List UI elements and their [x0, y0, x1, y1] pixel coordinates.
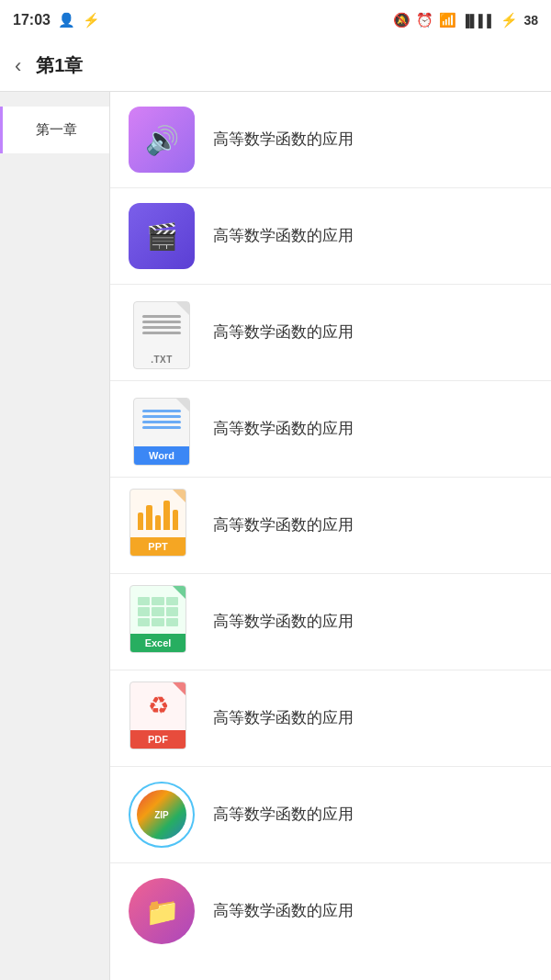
zip-icon: ZIP [129, 782, 195, 848]
ppt-label: PPT [148, 541, 167, 552]
partial-icon-wrap [125, 874, 198, 948]
zip-icon-wrap: ZIP [125, 778, 198, 851]
list-item[interactable]: Word 高等数学函数的应用 [110, 381, 551, 478]
status-left: 17:03 👤 ⚡ [13, 12, 100, 28]
word-icon: Word [129, 392, 194, 466]
audio-icon [129, 107, 195, 173]
file-name: 高等数学函数的应用 [213, 418, 354, 440]
list-item[interactable]: .TXT 高等数学函数的应用 [110, 285, 551, 381]
partial-folder-icon [129, 878, 195, 944]
audio-icon-wrap [125, 103, 198, 176]
file-name: 高等数学函数的应用 [213, 129, 354, 151]
list-item[interactable]: ♻ PDF 高等数学函数的应用 [110, 670, 551, 767]
pdf-label: PDF [148, 734, 168, 745]
video-icon-wrap [125, 199, 198, 273]
file-name: 高等数学函数的应用 [213, 321, 354, 344]
list-item[interactable]: 高等数学函数的应用 [110, 863, 551, 959]
mute-icon: 🔕 [393, 12, 410, 28]
txt-icon: .TXT [129, 296, 194, 369]
pdf-icon-wrap: ♻ PDF [125, 681, 198, 755]
wifi-icon: 📶 [439, 12, 456, 28]
word-label: Word [149, 450, 174, 461]
file-name: 高等数学函数的应用 [213, 804, 354, 826]
status-right: 🔕 ⏰ 📶 ▐▌▌▌ ⚡ 38 [393, 12, 538, 28]
battery-level: 38 [523, 13, 538, 28]
back-button[interactable]: ‹ [15, 54, 21, 78]
txt-icon-wrap: .TXT [125, 296, 198, 369]
list-item[interactable]: 高等数学函数的应用 [110, 92, 551, 188]
list-item[interactable]: ZIP 高等数学函数的应用 [110, 767, 551, 863]
pdf-icon: ♻ PDF [129, 681, 194, 755]
status-time: 17:03 [13, 12, 51, 28]
sidebar-item-chapter1[interactable]: 第一章 [0, 107, 109, 153]
person-icon: 👤 [58, 12, 75, 28]
zip-label: ZIP [154, 810, 169, 820]
pdf-symbol-icon: ♻ [148, 692, 169, 720]
excel-icon: Excel [129, 585, 194, 659]
sidebar: 第一章 [0, 92, 110, 980]
video-icon [129, 203, 195, 269]
file-name: 高等数学函数的应用 [213, 514, 354, 536]
signal-icon: ▐▌▌▌ [462, 14, 496, 28]
file-name: 高等数学函数的应用 [213, 900, 354, 922]
alarm-icon: ⏰ [416, 12, 433, 28]
ppt-icon-wrap: PPT [125, 489, 198, 562]
txt-label: .TXT [151, 355, 173, 365]
usb-icon: ⚡ [83, 12, 100, 28]
list-item[interactable]: PPT 高等数学函数的应用 [110, 478, 551, 574]
status-bar: 17:03 👤 ⚡ 🔕 ⏰ 📶 ▐▌▌▌ ⚡ 38 [0, 0, 551, 40]
excel-icon-wrap: Excel [125, 585, 198, 659]
word-icon-wrap: Word [125, 392, 198, 466]
list-item[interactable]: 高等数学函数的应用 [110, 188, 551, 285]
list-item[interactable]: Excel 高等数学函数的应用 [110, 574, 551, 670]
charging-icon: ⚡ [500, 12, 518, 28]
header: ‹ 第1章 [0, 40, 551, 92]
file-name: 高等数学函数的应用 [213, 225, 354, 247]
file-list: 高等数学函数的应用 高等数学函数的应用 .TXT 高 [110, 92, 551, 980]
file-name: 高等数学函数的应用 [213, 611, 354, 633]
page-title: 第1章 [36, 53, 83, 78]
ppt-icon: PPT [129, 489, 194, 562]
file-name: 高等数学函数的应用 [213, 707, 354, 729]
main-content: 第一章 高等数学函数的应用 高等数学函数的应用 [0, 92, 551, 980]
excel-label: Excel [145, 637, 172, 648]
